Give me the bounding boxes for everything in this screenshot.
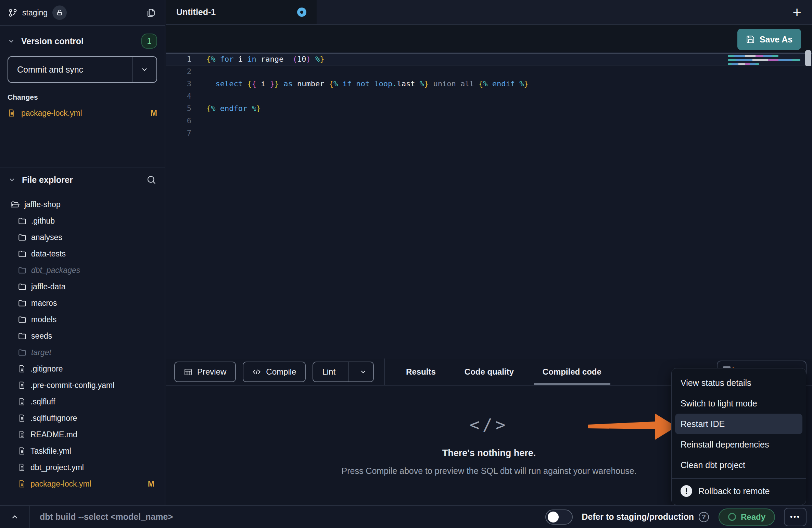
new-tab-button[interactable]: + bbox=[789, 4, 805, 21]
file-tree-item-label: package-lock.yml bbox=[30, 479, 91, 489]
file-tree-item-label: analyses bbox=[31, 233, 62, 242]
toolbar-divider bbox=[384, 359, 385, 385]
file-tree-item[interactable]: data-tests bbox=[0, 246, 165, 262]
menu-item-clean-dbt-project[interactable]: Clean dbt project bbox=[672, 455, 806, 475]
chevron-down-icon[interactable] bbox=[353, 368, 373, 376]
file-tree-item[interactable]: .pre-commit-config.yaml bbox=[0, 377, 165, 393]
code-lines: 1{% for i in range (10) %}23 select {{ i… bbox=[166, 53, 812, 139]
lint-button[interactable]: Lint bbox=[313, 362, 374, 382]
folder-icon bbox=[18, 249, 27, 258]
status-badge[interactable]: Ready bbox=[719, 508, 775, 526]
file-tree-item[interactable]: jaffle-shop bbox=[0, 196, 165, 213]
menu-item-rollback-to-remote[interactable]: !Rollback to remote bbox=[672, 481, 806, 501]
file-tree-item[interactable]: .sqlfluff bbox=[0, 393, 165, 410]
line-number: 4 bbox=[166, 90, 206, 102]
code-line[interactable]: 4 bbox=[166, 90, 812, 102]
minimap[interactable] bbox=[728, 54, 802, 66]
annotation-arrow bbox=[588, 411, 678, 444]
changed-file-name: package-lock.yml bbox=[21, 109, 82, 118]
file-tree-item[interactable]: .github bbox=[0, 213, 165, 229]
menu-item-restart-ide[interactable]: Restart IDE bbox=[675, 414, 802, 434]
code-icon bbox=[252, 367, 261, 376]
code-text: {% endfor %} bbox=[206, 102, 261, 115]
branch-bar: staging bbox=[0, 0, 165, 26]
preview-button[interactable]: Preview bbox=[174, 362, 236, 382]
editor-scrollbar-thumb[interactable] bbox=[805, 50, 811, 66]
tab-untitled-1[interactable]: Untitled-1 bbox=[166, 0, 317, 24]
help-icon[interactable]: ? bbox=[699, 512, 709, 522]
code-line[interactable]: 3 select {{ i }} as number {% if not loo… bbox=[166, 78, 812, 90]
search-icon[interactable] bbox=[146, 175, 156, 185]
line-number: 1 bbox=[166, 53, 206, 65]
file-tree-item-label: data-tests bbox=[31, 249, 66, 259]
file-tree-item[interactable]: analyses bbox=[0, 229, 165, 246]
file-tree-item[interactable]: seeds bbox=[0, 328, 165, 344]
sidebar: staging Version control bbox=[0, 0, 165, 505]
code-line[interactable]: 5{% endfor %} bbox=[166, 102, 812, 115]
defer-toggle[interactable] bbox=[545, 510, 573, 525]
command-input[interactable]: dbt build --select <model_name> bbox=[40, 512, 173, 522]
file-tree-item[interactable]: jaffle-data bbox=[0, 278, 165, 295]
line-number: 5 bbox=[166, 102, 206, 115]
tab-title: Untitled-1 bbox=[176, 7, 216, 17]
commit-and-sync-button[interactable]: Commit and sync bbox=[8, 56, 157, 83]
version-control-section: Version control 1 Commit and sync Change… bbox=[0, 26, 165, 123]
git-branch-icon bbox=[8, 8, 17, 17]
file-tree-item[interactable]: Taskfile.yml bbox=[0, 443, 165, 459]
menu-item-switch-to-light-mode[interactable]: Switch to light mode bbox=[672, 393, 806, 414]
code-line[interactable]: 1{% for i in range (10) %} bbox=[166, 53, 812, 65]
code-editor[interactable]: 1{% for i in range (10) %}23 select {{ i… bbox=[166, 53, 812, 359]
menu-item-label: Rollback to remote bbox=[698, 486, 770, 496]
file-tree-item[interactable]: .sqlfluffignore bbox=[0, 410, 165, 426]
more-options-button[interactable]: ••• bbox=[784, 508, 807, 526]
unsaved-dot-icon bbox=[297, 8, 306, 17]
compile-button[interactable]: Compile bbox=[243, 362, 306, 382]
version-control-header[interactable]: Version control 1 bbox=[8, 26, 157, 56]
save-as-button[interactable]: Save As bbox=[737, 29, 801, 50]
menu-item-label: View status details bbox=[681, 378, 751, 388]
menu-item-view-status-details[interactable]: View status details bbox=[672, 373, 806, 393]
file-tree-item[interactable]: dbt_project.yml bbox=[0, 459, 165, 476]
code-line[interactable]: 6 bbox=[166, 115, 812, 127]
code-line[interactable]: 7 bbox=[166, 127, 812, 139]
chevron-down-icon bbox=[8, 37, 15, 45]
menu-item-label: Reinstall dependencies bbox=[681, 440, 769, 450]
file-tree-item[interactable]: package-lock.ymlM bbox=[0, 476, 165, 492]
defer-label: Defer to staging/production bbox=[582, 512, 694, 522]
folder-icon bbox=[18, 299, 27, 307]
file-icon bbox=[18, 397, 26, 406]
file-explorer-section: File explorer jaffle-shop.githubanalyses… bbox=[0, 167, 165, 505]
file-tree: jaffle-shop.githubanalysesdata-testsdbt_… bbox=[0, 196, 165, 505]
file-tree-item[interactable]: models bbox=[0, 311, 165, 328]
file-tree-item[interactable]: dbt_packages bbox=[0, 262, 165, 278]
file-explorer-header[interactable]: File explorer bbox=[0, 167, 165, 192]
branch-lock-chip bbox=[52, 5, 67, 20]
code-line[interactable]: 2 bbox=[166, 65, 812, 78]
branch-name[interactable]: staging bbox=[22, 8, 48, 17]
save-as-label: Save As bbox=[760, 35, 792, 45]
results-tab-compiled-code[interactable]: Compiled code bbox=[528, 359, 616, 385]
file-tree-item[interactable]: README.md bbox=[0, 426, 165, 443]
file-icon bbox=[8, 109, 16, 117]
menu-item-reinstall-dependencies[interactable]: Reinstall dependencies bbox=[672, 434, 806, 455]
dbt-ide-window: staging Version control bbox=[0, 0, 812, 528]
file-tree-item[interactable]: macros bbox=[0, 295, 165, 311]
results-tab-results[interactable]: Results bbox=[392, 359, 450, 385]
folder-icon bbox=[18, 266, 27, 275]
commit-and-sync-label: Commit and sync bbox=[8, 57, 132, 82]
lock-icon bbox=[56, 9, 63, 16]
commit-options-caret[interactable] bbox=[132, 57, 156, 82]
file-tree-item-label: Taskfile.yml bbox=[30, 447, 71, 456]
save-icon bbox=[746, 35, 755, 44]
folder-icon bbox=[18, 348, 27, 357]
file-explorer-title: File explorer bbox=[22, 175, 73, 185]
file-tree-item-label: jaffle-shop bbox=[24, 200, 61, 209]
file-tree-item[interactable]: .gitignore bbox=[0, 361, 165, 377]
modified-badge: M bbox=[151, 109, 157, 118]
file-tree-item[interactable]: target bbox=[0, 344, 165, 361]
changed-file-row[interactable]: package-lock.ymlM bbox=[8, 103, 157, 123]
code-empty-icon: </> bbox=[470, 415, 509, 434]
copy-icon[interactable] bbox=[146, 8, 156, 18]
expand-console-button[interactable] bbox=[0, 506, 30, 528]
results-tab-code-quality[interactable]: Code quality bbox=[450, 359, 528, 385]
